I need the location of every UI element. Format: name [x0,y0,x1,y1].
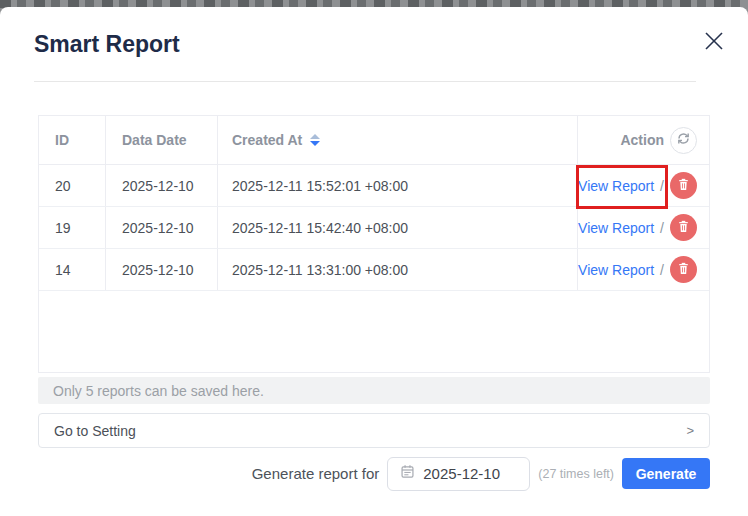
go-to-setting-row[interactable]: Go to Setting > [38,413,710,448]
go-to-setting-label: Go to Setting [54,423,136,439]
sort-icon[interactable] [310,134,320,146]
table-row: 14 2025-12-10 2025-12-11 13:31:00 +08:00… [39,249,709,291]
reports-table: ID Data Date Created At Action [38,115,710,373]
date-picker-input[interactable]: 2025-12-10 [387,457,530,491]
trash-icon [677,220,690,236]
title-divider [34,81,696,82]
cell-id: 14 [39,249,106,290]
note-text: Only 5 reports can be saved here. [53,383,264,399]
header-action: Action [578,116,709,164]
action-separator: / [660,178,664,194]
header-action-label: Action [620,132,664,148]
trash-icon [677,178,690,194]
view-report-link[interactable]: View Report [578,220,654,236]
cell-id: 19 [39,207,106,248]
cell-data-date: 2025-12-10 [106,165,218,206]
screen: Smart Report ID Data Date Created At [0,0,748,516]
cell-created-at: 2025-12-11 15:42:40 +08:00 [218,207,578,248]
chevron-right-icon: > [686,423,694,438]
date-value: 2025-12-10 [423,465,500,482]
generate-row: Generate report for 2025-12-10 (27 times… [252,455,710,492]
cell-created-at: 2025-12-11 13:31:00 +08:00 [218,249,578,290]
header-created-at: Created At [218,116,578,164]
view-report-link[interactable]: View Report [578,178,654,194]
refresh-icon [676,131,691,149]
smart-report-modal: Smart Report ID Data Date Created At [0,7,748,516]
times-left-text: (27 times left) [538,467,614,481]
generate-button[interactable]: Generate [622,458,710,489]
note-bar: Only 5 reports can be saved here. [38,377,710,404]
page-title: Smart Report [34,31,180,58]
sort-desc-caret-icon [310,141,320,146]
cell-created-at: 2025-12-11 15:52:01 +08:00 [218,165,578,206]
table-row: 19 2025-12-10 2025-12-11 15:42:40 +08:00… [39,207,709,249]
close-button[interactable] [700,29,728,57]
refresh-button[interactable] [670,127,697,154]
header-data-date: Data Date [106,116,218,164]
action-separator: / [660,220,664,236]
table-row: 20 2025-12-10 2025-12-11 15:52:01 +08:00… [39,165,709,207]
cell-action: View Report / [578,165,709,206]
view-report-link[interactable]: View Report [578,262,654,278]
cell-action: View Report / [578,249,709,290]
header-id: ID [39,116,106,164]
delete-button[interactable] [670,172,697,199]
generate-label: Generate report for [252,465,380,482]
trash-icon [677,262,690,278]
header-created-at-label: Created At [232,132,302,148]
action-separator: / [660,262,664,278]
calendar-icon [400,464,415,483]
cell-action: View Report / [578,207,709,248]
sort-asc-caret-icon [310,134,320,139]
cell-id: 20 [39,165,106,206]
table-header-row: ID Data Date Created At Action [39,116,709,165]
cell-data-date: 2025-12-10 [106,249,218,290]
delete-button[interactable] [670,214,697,241]
delete-button[interactable] [670,256,697,283]
cell-data-date: 2025-12-10 [106,207,218,248]
close-icon [703,30,725,56]
